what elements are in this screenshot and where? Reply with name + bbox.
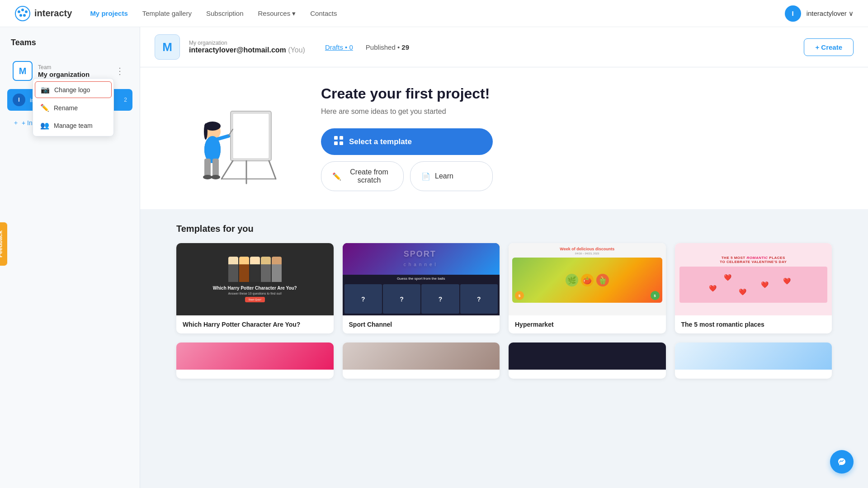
logo[interactable]: interacty xyxy=(14,5,72,22)
hero-subtitle: Here are some ideas to get you started xyxy=(321,108,832,116)
template-card-romantic[interactable]: THE 5 MOST ROMANTIC PLACESTO CELEBRATE V… xyxy=(675,243,832,333)
svg-line-9 xyxy=(269,161,276,179)
hero-illustration xyxy=(176,89,294,188)
select-template-button[interactable]: Select a template xyxy=(321,128,493,155)
nav-contacts[interactable]: Contacts xyxy=(310,9,337,17)
tmpl-pink xyxy=(176,343,334,370)
chevron-down-icon: ∨ xyxy=(849,9,854,17)
template-card-row2-3[interactable] xyxy=(509,343,666,379)
romantic-map: ❤️ ❤️ ❤️ ❤️ ❤️ xyxy=(679,267,828,303)
template-card-row2-4[interactable] xyxy=(675,343,832,379)
sidebar-title: Teams xyxy=(7,38,132,47)
template-card-hyper[interactable]: Week of delicious discounts 04/16 – 04/2… xyxy=(509,243,666,333)
sport-cell: ? xyxy=(421,284,459,314)
template-card-row2-2[interactable] xyxy=(343,343,500,379)
messenger-button[interactable] xyxy=(830,450,854,474)
create-from-scratch-button[interactable]: ✏️ Create from scratch xyxy=(321,161,404,191)
main-layout: Teams M Team My organization ⋮ 📷 Change … xyxy=(0,27,868,488)
context-menu-change-logo[interactable]: 📷 Change logo xyxy=(35,81,112,98)
romantic-title: THE 5 MOST ROMANTIC PLACESTO CELEBRATE V… xyxy=(720,256,787,264)
pencil-icon: ✏️ xyxy=(332,172,341,181)
template-thumbnail-romantic: THE 5 MOST ROMANTIC PLACESTO CELEBRATE V… xyxy=(675,243,832,315)
hyper-date: 04/16 – 04/23, 2023 xyxy=(575,252,599,255)
template-card-sport[interactable]: SPORTchannel Guess the sport from the ba… xyxy=(343,243,500,333)
btn-row: ✏️ Create from scratch 📄 Learn xyxy=(321,161,493,191)
heart-pin-3: ❤️ xyxy=(739,288,746,296)
svg-rect-23 xyxy=(334,136,338,140)
heart-pin-5: ❤️ xyxy=(709,285,717,292)
template-name-hyper: Hypermarket xyxy=(509,315,666,333)
context-menu-manage-team[interactable]: 👥 Manage team xyxy=(33,117,113,134)
org-name: My organization xyxy=(189,40,305,46)
template-thumbnail-row2-2 xyxy=(343,343,500,370)
template-thumbnail-row2-1 xyxy=(176,343,334,370)
team-info: Team My organization xyxy=(38,64,90,78)
member-avatar: I xyxy=(13,94,25,106)
create-button[interactable]: + Create xyxy=(804,38,854,56)
hero-title: Create your first project! xyxy=(321,85,832,102)
svg-point-5 xyxy=(19,14,22,17)
camera-icon: 📷 xyxy=(41,85,50,94)
org-avatar: M xyxy=(155,34,180,60)
chevron-down-icon: ▾ xyxy=(292,9,296,18)
feedback-tab[interactable]: Feedback xyxy=(0,222,7,266)
svg-point-1 xyxy=(18,10,20,13)
pencil-icon: ✏️ xyxy=(40,103,49,112)
nav-resources[interactable]: Resources ▾ xyxy=(258,9,296,18)
hero-section: Create your first project! Here are some… xyxy=(140,67,868,209)
heart-pin-1: ❤️ xyxy=(724,274,731,281)
dot-separator: • xyxy=(397,43,400,51)
people-icon: 👥 xyxy=(40,121,49,130)
book-icon: 📄 xyxy=(421,172,430,181)
plus-icon: ＋ xyxy=(13,119,19,127)
svg-point-15 xyxy=(204,123,208,140)
tmpl-blue xyxy=(675,343,832,370)
template-card-row2-1[interactable] xyxy=(176,343,334,379)
svg-rect-20 xyxy=(212,159,219,177)
sport-grid: ? ? ? ? xyxy=(343,282,500,315)
avatar[interactable]: I xyxy=(785,5,801,22)
template-name-romantic: The 5 most romantic places xyxy=(675,315,832,333)
tmpl-dark xyxy=(509,343,666,370)
price-tag-1: $ xyxy=(515,291,524,300)
member-count: 2 xyxy=(124,97,127,103)
org-stats: Drafts • 0 Published • 29 xyxy=(325,43,409,51)
svg-point-0 xyxy=(15,6,30,21)
svg-rect-25 xyxy=(334,141,338,145)
svg-point-4 xyxy=(23,14,26,17)
sport-sub: Guess the sport from the balls xyxy=(343,275,500,282)
navbar-right: I interactylover ∨ xyxy=(785,5,854,22)
nav-my-projects[interactable]: My projects xyxy=(90,9,127,17)
drafts-link[interactable]: Drafts • 0 xyxy=(325,43,353,51)
hero-content: Create your first project! Here are some… xyxy=(321,85,832,191)
team-name: My organization xyxy=(38,70,90,78)
org-info: My organization interactylover@hotmail.c… xyxy=(189,40,305,54)
template-grid-icon xyxy=(334,136,344,148)
learn-button[interactable]: 📄 Learn xyxy=(410,161,493,191)
heart-pin-4: ❤️ xyxy=(783,277,791,285)
template-card-hp[interactable]: Which Harry Potter Character Are You? An… xyxy=(176,243,334,333)
context-menu: 📷 Change logo ✏️ Rename 👥 Manage team xyxy=(33,78,114,136)
nav-template-gallery[interactable]: Template gallery xyxy=(142,9,192,17)
templates-section-title: Templates for you xyxy=(176,224,832,234)
heart-pin-2: ❤️ xyxy=(761,281,769,288)
team-menu-button[interactable]: ⋮ xyxy=(113,65,127,77)
hp-quiz-sub: Answer these 10 questions to find out! xyxy=(228,292,282,295)
team-avatar: M xyxy=(13,61,33,81)
template-name-hp: Which Harry Potter Character Are You? xyxy=(176,315,334,333)
svg-line-8 xyxy=(222,161,233,179)
template-name-sport: Sport Channel xyxy=(343,315,500,333)
svg-rect-26 xyxy=(340,141,343,145)
navbar: interacty My projects Template gallery S… xyxy=(0,0,868,27)
templates-section: Templates for you Wh xyxy=(140,209,868,393)
svg-point-21 xyxy=(203,175,212,179)
user-name[interactable]: interactylover ∨ xyxy=(807,9,854,18)
hp-quiz-title: Which Harry Potter Character Are You? xyxy=(213,286,297,291)
dot-separator: • xyxy=(345,43,347,51)
tmpl-beige xyxy=(343,343,500,370)
nav-subscription[interactable]: Subscription xyxy=(206,9,244,17)
price-tag-2: $ xyxy=(651,291,660,300)
context-menu-rename[interactable]: ✏️ Rename xyxy=(33,99,113,117)
team-item[interactable]: M Team My organization ⋮ 📷 Change logo ✏… xyxy=(7,56,132,85)
published-stat: Published • 29 xyxy=(366,43,409,51)
